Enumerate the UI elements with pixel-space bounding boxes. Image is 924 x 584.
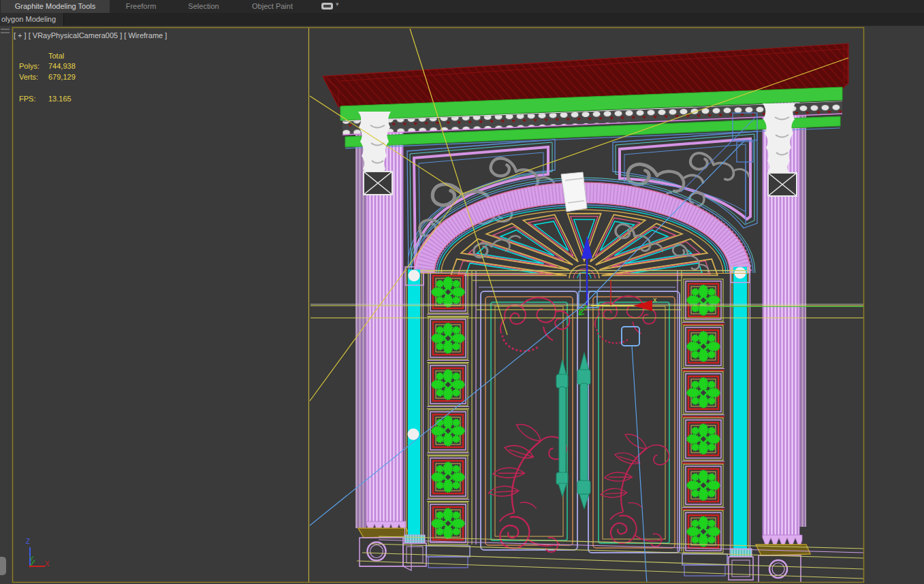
stats-fps-label: FPS: — [19, 95, 35, 103]
left-cyan-pilaster — [403, 267, 426, 566]
stats-polys-label: Polys: — [19, 62, 39, 70]
camera-viewport[interactable] — [0, 0, 924, 584]
ribbon-grip[interactable] — [1, 29, 10, 33]
ribbon-minimize-icon[interactable] — [321, 3, 333, 10]
axis-x-label: X — [45, 560, 50, 568]
ribbon-panel-row: olygon Modeling — [0, 13, 924, 26]
door-handles — [556, 353, 590, 509]
stats-fps-value: 13.165 — [48, 95, 71, 103]
tab-object-paint[interactable]: Object Paint — [237, 0, 308, 13]
axis-y-label: Y — [29, 555, 34, 563]
axis-z-label: Z — [26, 538, 30, 545]
rosette-column-bases — [426, 546, 727, 576]
ribbon-dropdown-caret-icon[interactable]: ▾ — [336, 1, 339, 7]
tab-graphite-modeling-tools[interactable]: Graphite Modeling Tools — [1, 0, 110, 13]
stats-polys-value: 744,938 — [48, 62, 76, 70]
right-cyan-pilaster — [729, 264, 753, 580]
ribbon-tab-bar: Graphite Modeling Tools Freeform Selecti… — [0, 0, 924, 14]
viewport-label[interactable]: [ + ] [ VRayPhysicalCamera005 ] [ Wirefr… — [14, 31, 167, 39]
gizmo-x-axis-label: x — [653, 295, 657, 304]
stats-verts-value: 679,129 — [48, 73, 76, 81]
side-tab-handle[interactable] — [0, 557, 6, 575]
panel-tab-polygon-modeling[interactable]: olygon Modeling — [0, 13, 64, 26]
stats-header: Total — [48, 52, 64, 60]
fan-hub — [472, 222, 714, 278]
tab-freeform[interactable]: Freeform — [114, 0, 168, 13]
stats-verts-label: Verts: — [19, 73, 38, 81]
tab-selection[interactable]: Selection — [176, 0, 232, 13]
door-right-leaf — [588, 291, 680, 553]
